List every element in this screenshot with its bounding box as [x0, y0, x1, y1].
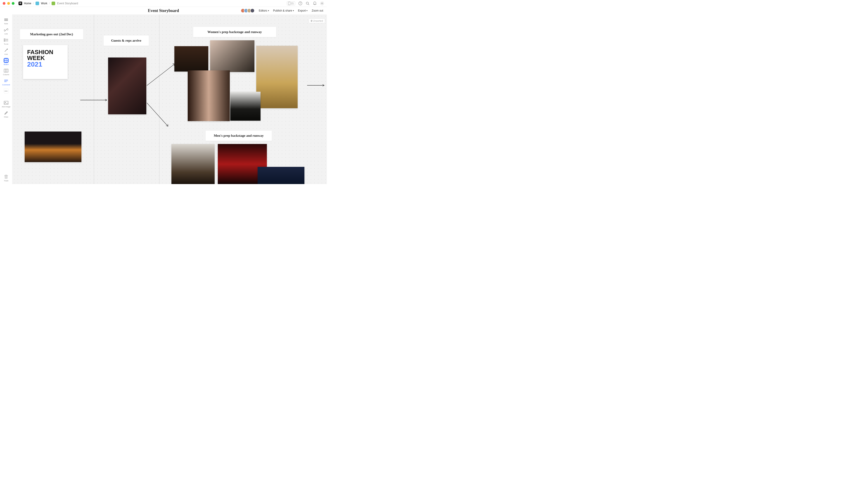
- phone-icon: [288, 2, 290, 5]
- tool-todo[interactable]: To-do: [2, 37, 11, 46]
- image-backstage-mirror[interactable]: [174, 46, 208, 71]
- trash-label: Trash: [4, 180, 8, 182]
- board-icon: [4, 58, 9, 63]
- image-cosmetics[interactable]: [210, 40, 254, 72]
- arrow-connector: [147, 63, 176, 86]
- tool-note[interactable]: Note: [2, 16, 11, 26]
- note-icon: [4, 17, 9, 22]
- trash-button[interactable]: Trash: [2, 174, 11, 182]
- tool-label: Link: [4, 33, 8, 35]
- image-guests[interactable]: [108, 58, 146, 114]
- tool-link[interactable]: Link: [2, 27, 11, 36]
- settings-icon[interactable]: [320, 1, 324, 5]
- svg-rect-14: [4, 59, 6, 60]
- fullscreen-window-button[interactable]: [12, 2, 14, 5]
- image-fashion-week-2021[interactable]: FASHION WEEK 2021: [23, 45, 68, 79]
- column-icon: [4, 68, 9, 73]
- tool-label: Note: [4, 23, 8, 25]
- breadcrumb-home[interactable]: Home: [24, 2, 31, 5]
- notifications-icon[interactable]: [313, 1, 317, 5]
- svg-point-3: [306, 2, 308, 4]
- arrow-connector: [80, 99, 108, 101]
- breadcrumb-work[interactable]: Work: [41, 2, 47, 5]
- breadcrumb-separator: /: [33, 2, 34, 5]
- tool-board[interactable]: Board: [2, 57, 11, 66]
- fw-year: 2021: [27, 61, 64, 68]
- arrow-connector: [147, 103, 169, 128]
- tool-line[interactable]: Line: [2, 47, 11, 56]
- tool-sidebar: Note Link To-do Line Board Column Commen…: [0, 15, 12, 184]
- titlebar: M Home / Work / Event Storyboard 21 ?: [0, 0, 327, 7]
- card-marketing[interactable]: Marketing goes out (2nd Dec): [20, 29, 83, 39]
- zoom-out-button[interactable]: Zoom out: [312, 9, 323, 12]
- svg-rect-18: [4, 69, 8, 72]
- tool-draw[interactable]: Draw: [2, 110, 11, 119]
- board-canvas[interactable]: 0Unsorted Marketing goes out (2nd Dec) F…: [12, 15, 327, 184]
- export-menu[interactable]: Export▾: [298, 9, 308, 12]
- image-mens-hats[interactable]: [172, 144, 215, 184]
- line-icon: [4, 48, 9, 53]
- svg-line-13: [5, 49, 7, 52]
- breadcrumb-separator: /: [49, 2, 50, 5]
- chevron-down-icon: ▾: [293, 9, 294, 12]
- tool-more[interactable]: •••: [2, 88, 11, 94]
- svg-point-25: [5, 102, 6, 103]
- svg-point-5: [321, 3, 323, 4]
- chevron-down-icon: ▾: [268, 9, 269, 12]
- card-women-prep[interactable]: Women's prep backstage and runway: [193, 27, 276, 37]
- unsorted-label: Unsorted: [313, 20, 323, 22]
- editors-menu[interactable]: Editors▾: [259, 9, 269, 12]
- image-building[interactable]: [25, 132, 82, 162]
- card-men-prep[interactable]: Men's prep backstage and runway: [206, 131, 272, 141]
- minimize-window-button[interactable]: [7, 2, 10, 5]
- collaborator-avatars[interactable]: [241, 8, 255, 13]
- more-icon: •••: [4, 88, 9, 93]
- image-icon: [4, 100, 9, 105]
- image-phone-dark[interactable]: [257, 167, 304, 184]
- chevron-down-icon: ▾: [306, 9, 308, 12]
- image-runway-striped[interactable]: [230, 92, 260, 121]
- trash-icon: [4, 174, 8, 179]
- image-runway-yellow[interactable]: [256, 46, 298, 108]
- tool-label: To-do: [4, 43, 8, 45]
- page-title[interactable]: Event Storyboard: [148, 8, 179, 13]
- svg-rect-11: [4, 40, 5, 41]
- todo-icon: [4, 37, 9, 42]
- svg-line-30: [147, 103, 168, 126]
- image-makeup-closeup[interactable]: [188, 70, 230, 121]
- card-guests[interactable]: Guests & reps arrive: [103, 35, 149, 46]
- fw-line2: WEEK: [27, 55, 64, 61]
- mobile-sync-indicator[interactable]: 21: [287, 1, 295, 5]
- pencil-icon: [4, 111, 9, 115]
- breadcrumb: M Home / Work / Event Storyboard: [19, 2, 78, 5]
- search-icon[interactable]: [306, 1, 310, 5]
- breadcrumb-current: Event Storyboard: [57, 2, 78, 5]
- svg-rect-17: [6, 61, 8, 62]
- tool-add-image[interactable]: Add image: [2, 99, 11, 109]
- mobile-count-value: 21: [291, 2, 294, 5]
- document-icon: [52, 2, 55, 5]
- tool-column[interactable]: Column: [2, 67, 11, 77]
- link-icon: [4, 27, 9, 32]
- fw-line1: FASHION: [27, 49, 64, 55]
- help-icon[interactable]: ?: [298, 1, 302, 5]
- tool-label: Draw: [4, 116, 8, 118]
- window-controls: [3, 2, 14, 5]
- close-window-button[interactable]: [3, 2, 5, 5]
- publish-share-menu[interactable]: Publish & share▾: [273, 9, 294, 12]
- svg-rect-27: [4, 175, 8, 176]
- tool-comment[interactable]: Comment: [2, 78, 11, 87]
- avatar[interactable]: [250, 8, 255, 13]
- workspace-icon: [35, 2, 39, 5]
- arrow-connector: [307, 84, 326, 86]
- tool-label: Add image: [2, 106, 10, 108]
- tool-label: Line: [4, 53, 8, 55]
- app-logo-icon[interactable]: M: [19, 2, 22, 5]
- tool-label: Column: [3, 74, 9, 76]
- svg-rect-15: [6, 59, 8, 60]
- document-header: Event Storyboard Editors▾ Publish & shar…: [0, 7, 327, 15]
- comment-icon: [4, 78, 9, 83]
- tool-label: Comment: [2, 84, 10, 86]
- unsorted-badge[interactable]: 0Unsorted: [309, 19, 325, 23]
- svg-line-4: [308, 4, 309, 5]
